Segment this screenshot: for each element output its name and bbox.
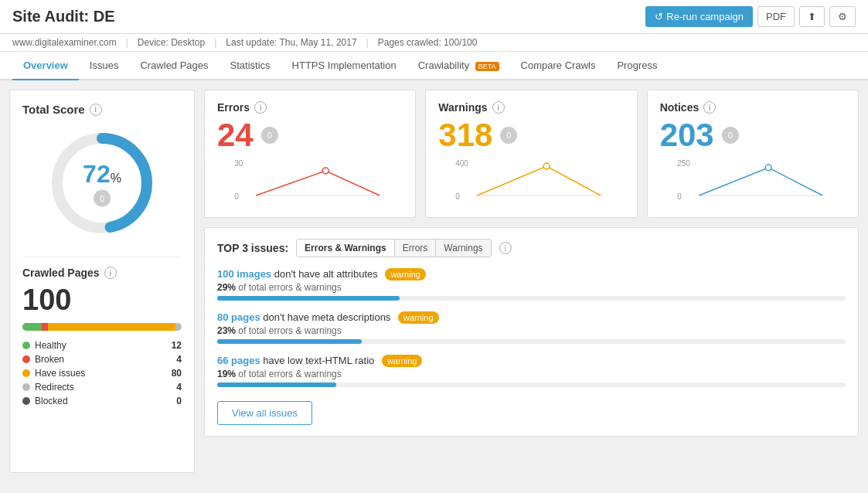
- issue-1-desc: don't have alt attributes: [274, 268, 378, 280]
- notices-badge: 0: [722, 127, 739, 144]
- total-score-title: Total Score i: [22, 103, 182, 116]
- errors-info-icon[interactable]: i: [254, 101, 267, 114]
- issues-header: TOP 3 issues: Errors & Warnings Errors W…: [217, 239, 846, 257]
- warnings-chart: 400 0: [438, 157, 624, 211]
- metrics-row: Errors i 24 0 30 0: [204, 90, 859, 218]
- header: Site Audit: DE ↺ Re-run campaign PDF ⬆ ⚙: [0, 0, 868, 34]
- issue-1-bar-wrap: [217, 296, 846, 301]
- site-url: www.digitalexaminer.com: [12, 37, 117, 48]
- progress-healthy: [22, 323, 42, 331]
- last-update: Last update: Thu, May 11, 2017: [226, 37, 356, 48]
- issue-2-bar-wrap: [217, 339, 846, 344]
- tab-crawlability[interactable]: Crawlability BETA: [407, 52, 510, 80]
- issues-tab-errors[interactable]: Errors: [395, 240, 437, 257]
- score-value: 72%: [83, 160, 121, 189]
- tab-compare[interactable]: Compare Crawls: [510, 52, 607, 80]
- svg-point-9: [543, 163, 550, 169]
- issues-tab-errors-warnings[interactable]: Errors & Warnings: [297, 240, 395, 257]
- tab-https[interactable]: HTTPS Implementation: [281, 52, 407, 80]
- warnings-card: Warnings i 318 0 400 0: [425, 90, 637, 218]
- tab-issues[interactable]: Issues: [79, 52, 130, 80]
- legend-blocked-left: Blocked: [22, 396, 68, 406]
- page-title: Site Audit: DE: [12, 8, 115, 25]
- score-badge: 0: [94, 190, 111, 207]
- rerun-label: Re-run campaign: [666, 11, 744, 22]
- pdf-button[interactable]: PDF: [757, 6, 795, 27]
- issue-item-1: 100 images don't have alt attributes war…: [217, 268, 846, 301]
- title-text: Site Audit:: [12, 8, 89, 25]
- view-all-button[interactable]: View all issues: [217, 401, 312, 425]
- tab-statistics[interactable]: Statistics: [220, 52, 281, 80]
- issue-2-link[interactable]: 80 pages: [217, 311, 260, 323]
- beta-badge: BETA: [475, 62, 499, 71]
- errors-chart: 30 0: [217, 157, 403, 211]
- pages-crawled: Pages crawled: 100/100: [378, 37, 478, 48]
- broken-dot: [22, 355, 30, 363]
- issue-1-badge: warning: [385, 268, 426, 280]
- issue-item-2: 80 pages don't have meta descriptions wa…: [217, 311, 846, 344]
- issues-info-icon[interactable]: i: [499, 242, 512, 254]
- errors-value: 24: [217, 117, 254, 154]
- progress-redirects: [175, 323, 182, 331]
- gear-icon: ⚙: [838, 11, 847, 22]
- redirects-dot: [22, 383, 30, 391]
- issue-3-pct-val: 19%: [217, 369, 236, 379]
- refresh-icon: ↺: [655, 11, 663, 22]
- issue-1-pct: 29% of total errors & warnings: [217, 282, 846, 293]
- broken-label: Broken: [35, 354, 64, 365]
- issue-2-bar: [217, 339, 362, 344]
- share-button[interactable]: ⬆: [799, 6, 825, 27]
- notices-chart-svg: 250 0: [660, 157, 846, 203]
- redirects-label: Redirects: [35, 382, 74, 393]
- tab-progress[interactable]: Progress: [606, 52, 668, 80]
- issue-1-bar: [217, 296, 400, 301]
- issue-3-pct: 19% of total errors & warnings: [217, 369, 846, 379]
- header-title-wrap: Site Audit: DE: [12, 8, 115, 26]
- main-content: Total Score i 72% 0: [0, 80, 868, 482]
- notices-chart: 250 0: [660, 157, 846, 211]
- svg-text:0: 0: [234, 192, 239, 201]
- total-score-info-icon[interactable]: i: [90, 104, 102, 116]
- settings-button[interactable]: ⚙: [829, 6, 856, 27]
- rerun-button[interactable]: ↺ Re-run campaign: [645, 6, 753, 27]
- issue-1-link[interactable]: 100 images: [217, 268, 271, 280]
- issues-tab-warnings[interactable]: Warnings: [436, 240, 490, 257]
- tab-crawled-pages[interactable]: Crawled Pages: [129, 52, 219, 80]
- progress-broken: [42, 323, 48, 331]
- tab-overview[interactable]: Overview: [12, 52, 79, 80]
- divider3: |: [366, 37, 369, 48]
- subheader: www.digitalexaminer.com | Device: Deskto…: [0, 34, 868, 52]
- errors-label: Errors i: [217, 101, 403, 114]
- issue-2-badge: warning: [398, 311, 439, 324]
- healthy-count: 12: [172, 340, 182, 351]
- issue-3-link[interactable]: 66 pages: [217, 355, 260, 366]
- blocked-label: Blocked: [35, 396, 68, 406]
- healthy-dot: [22, 342, 30, 349]
- device-info: Device: Desktop: [138, 37, 205, 48]
- crawled-pages-number: 100: [22, 284, 182, 317]
- warnings-info-icon[interactable]: i: [492, 101, 505, 114]
- issue-3-bar-wrap: [217, 382, 846, 387]
- legend-broken: Broken 4: [22, 354, 182, 365]
- site-name: DE: [94, 8, 115, 25]
- legend-issues-left: Have issues: [22, 368, 85, 379]
- warnings-title: Warnings: [438, 101, 487, 114]
- svg-text:250: 250: [677, 159, 690, 168]
- notices-info-icon[interactable]: i: [703, 101, 716, 114]
- divider-line: [22, 257, 182, 257]
- warnings-chart-svg: 400 0: [438, 157, 624, 203]
- notices-title: Notices: [660, 101, 700, 114]
- notices-value: 203: [660, 117, 714, 154]
- errors-title: Errors: [217, 101, 250, 114]
- divider1: |: [126, 37, 128, 48]
- crawled-pages-info-icon[interactable]: i: [104, 267, 117, 279]
- crawled-pages-title: Crawled Pages i: [22, 267, 182, 279]
- issues-dot: [22, 369, 30, 377]
- healthy-label: Healthy: [35, 340, 66, 351]
- errors-badge: 0: [261, 127, 278, 144]
- score-symbol: %: [111, 172, 121, 185]
- donut-chart: 72% 0: [22, 125, 182, 241]
- issue-3-badge: warning: [382, 355, 423, 367]
- progress-issues: [48, 323, 175, 331]
- issues-count: 80: [172, 368, 182, 379]
